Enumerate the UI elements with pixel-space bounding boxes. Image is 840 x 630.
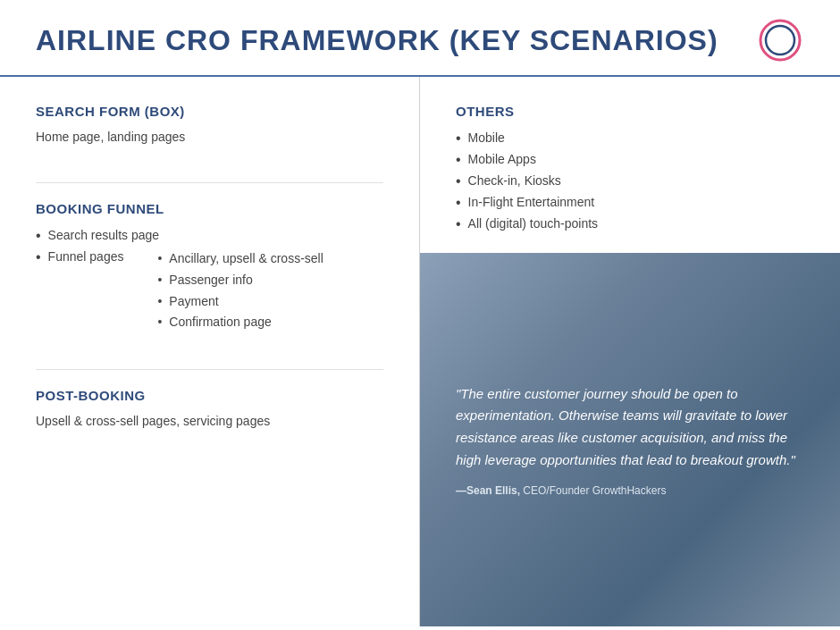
main-content: SEARCH FORM (BOX) Home page, landing pag… (0, 77, 840, 626)
right-panel: OTHERS Mobile Mobile Apps Check-in, Kios… (420, 77, 840, 626)
left-panel: SEARCH FORM (BOX) Home page, landing pag… (0, 77, 420, 626)
svg-point-1 (766, 26, 794, 55)
sub-list-item: Ancillary, upsell & cross-sell (157, 248, 323, 270)
funnel-sub-list: Ancillary, upsell & cross-sell Passenger… (130, 248, 323, 333)
list-item: Mobile (456, 128, 804, 149)
sub-list-item: Payment (157, 291, 323, 313)
quote-role: CEO/Founder GrowthHackers (520, 484, 666, 497)
booking-funnel-section: BOOKING FUNNEL Search results page Funne… (36, 201, 383, 333)
post-booking-section: POST-BOOKING Upsell & cross-sell pages, … (36, 388, 383, 431)
quote-text: "The entire customer journey should be o… (456, 383, 804, 472)
header: AIRLINE CRO FRAMEWORK (KEY SCENARIOS) (0, 0, 840, 77)
post-booking-text: Upsell & cross-sell pages, servicing pag… (36, 412, 383, 431)
page-wrapper: AIRLINE CRO FRAMEWORK (KEY SCENARIOS) SE… (0, 0, 840, 630)
post-booking-title: POST-BOOKING (36, 388, 383, 403)
others-title: OTHERS (456, 104, 804, 119)
quote-attribution: —Sean Ellis, CEO/Founder GrowthHackers (456, 484, 804, 497)
booking-funnel-list: Search results page Funnel pages Ancilla… (36, 225, 383, 333)
others-section: OTHERS Mobile Mobile Apps Check-in, Kios… (420, 77, 840, 253)
list-item: All (digital) touch-points (456, 214, 804, 235)
booking-funnel-title: BOOKING FUNNEL (36, 201, 383, 216)
list-item: Search results page (36, 225, 383, 247)
sub-list-item: Confirmation page (157, 312, 323, 333)
list-item: In-Flight Entertainment (456, 192, 804, 214)
divider-1 (36, 182, 383, 183)
sub-list-item: Passenger info (157, 270, 323, 291)
search-form-section: SEARCH FORM (BOX) Home page, landing pag… (36, 104, 383, 147)
list-item: Mobile Apps (456, 149, 804, 171)
quote-section: "The entire customer journey should be o… (420, 253, 840, 626)
divider-2 (36, 369, 383, 370)
quote-author: —Sean Ellis, (456, 484, 520, 497)
search-form-title: SEARCH FORM (BOX) (36, 104, 383, 119)
page-title: AIRLINE CRO FRAMEWORK (KEY SCENARIOS) (36, 24, 718, 57)
list-item: Funnel pages Ancillary, upsell & cross-s… (36, 247, 383, 333)
list-item: Check-in, Kiosks (456, 171, 804, 192)
logo-icon (756, 16, 804, 64)
search-form-text: Home page, landing pages (36, 128, 383, 147)
others-list: Mobile Mobile Apps Check-in, Kiosks In-F… (456, 128, 804, 235)
